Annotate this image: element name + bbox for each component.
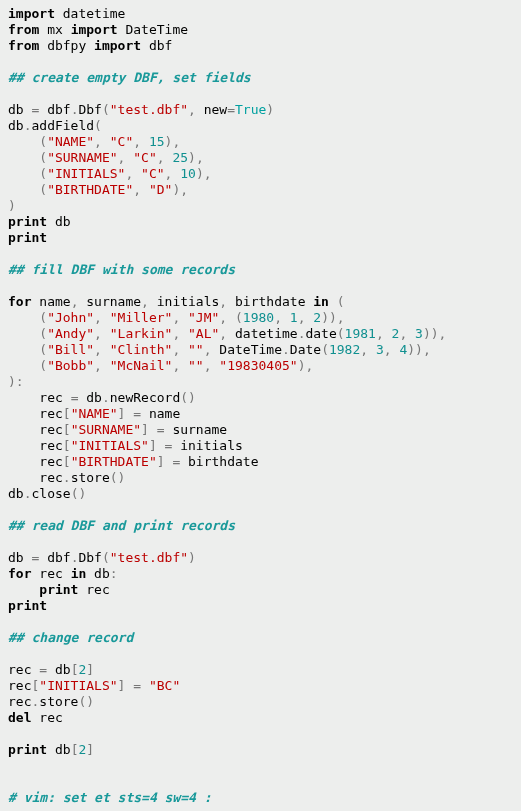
code-token	[8, 342, 39, 357]
code-token: )	[8, 198, 16, 213]
code-token: "JM"	[188, 310, 219, 325]
code-token: :	[16, 374, 24, 389]
code-token: "SURNAME"	[47, 150, 117, 165]
code-token: =	[157, 422, 165, 437]
code-token: ]	[86, 742, 94, 757]
code-token: db	[8, 550, 31, 565]
code-token	[8, 358, 39, 373]
code-token: rec	[8, 470, 63, 485]
code-token: (	[39, 182, 47, 197]
code-token: ## read DBF and print records	[8, 518, 235, 533]
code-token: DateTime	[118, 22, 188, 37]
code-token: )	[188, 550, 196, 565]
code-token	[368, 342, 376, 357]
code-token: rec	[8, 454, 63, 469]
code-token: ,	[219, 294, 227, 309]
code-token: ,	[376, 326, 384, 341]
code-token: "SURNAME"	[71, 422, 141, 437]
code-token: ,	[94, 310, 102, 325]
code-token: ]	[86, 662, 94, 677]
code-token: ,	[133, 182, 141, 197]
code-token: ,	[94, 342, 102, 357]
code-token: "19830405"	[219, 358, 297, 373]
code-token: birthdate	[227, 294, 313, 309]
code-token: .	[63, 470, 71, 485]
code-token: =	[133, 406, 141, 421]
code-token	[8, 134, 39, 149]
code-token: Dbf	[78, 102, 101, 117]
code-token: addField	[31, 118, 94, 133]
code-token	[8, 310, 39, 325]
code-token: "BIRTHDATE"	[47, 182, 133, 197]
code-token	[102, 342, 110, 357]
code-token	[384, 326, 392, 341]
code-token: 2	[313, 310, 321, 325]
code-token: ""	[188, 358, 204, 373]
code-token: rec	[8, 438, 63, 453]
code-token	[141, 678, 149, 693]
code-token: date	[305, 326, 336, 341]
code-token: surname	[78, 294, 141, 309]
code-token: =	[227, 102, 235, 117]
code-token	[141, 182, 149, 197]
code-token: rec	[8, 694, 31, 709]
code-token: print	[8, 742, 47, 757]
code-token: "BC"	[149, 678, 180, 693]
code-token: ,	[172, 134, 180, 149]
code-token: )	[8, 374, 16, 389]
code-token: (	[94, 118, 102, 133]
code-token: "Miller"	[110, 310, 173, 325]
code-token: 15	[149, 134, 165, 149]
code-token: "NAME"	[71, 406, 118, 421]
code-token: "Bill"	[47, 342, 94, 357]
code-token: for	[8, 566, 31, 581]
code-token: 1980	[243, 310, 274, 325]
code-token: dbf	[39, 550, 70, 565]
code-token: mx	[39, 22, 70, 37]
code-token	[102, 310, 110, 325]
code-token: ,	[360, 342, 368, 357]
code-token: "INITIALS"	[39, 678, 117, 693]
code-token: ,	[337, 310, 345, 325]
code-token: ,	[219, 326, 227, 341]
code-token: ]	[157, 454, 165, 469]
code-token: (	[102, 550, 110, 565]
code-token: ()	[78, 694, 94, 709]
code-token: ,	[219, 310, 227, 325]
code-token: print	[8, 598, 47, 613]
code-token: import	[8, 6, 55, 21]
code-token	[180, 358, 188, 373]
code-token: [	[63, 438, 71, 453]
code-token: rec	[8, 422, 63, 437]
code-token: "NAME"	[47, 134, 94, 149]
code-token: "McNail"	[110, 358, 173, 373]
code-token: datetime	[55, 6, 125, 21]
code-token: rec	[8, 406, 63, 421]
code-token: .	[102, 390, 110, 405]
code-token: for	[8, 294, 31, 309]
code-token: [	[63, 406, 71, 421]
code-token: ,	[305, 358, 313, 373]
code-token	[102, 134, 110, 149]
code-token	[180, 326, 188, 341]
code-token: ,	[188, 102, 196, 117]
code-token: ## change record	[8, 630, 133, 645]
code-token: ()	[180, 390, 196, 405]
code-token: =	[133, 678, 141, 693]
code-token: from	[8, 22, 39, 37]
code-token: (	[39, 134, 47, 149]
code-token: ,	[384, 342, 392, 357]
code-token: print	[8, 230, 47, 245]
code-token: ,	[204, 166, 212, 181]
code-token: dbfpy	[39, 38, 94, 53]
code-token: rec	[31, 566, 70, 581]
code-token: 3	[415, 326, 423, 341]
code-token: rec	[8, 662, 39, 677]
code-token: ,	[94, 134, 102, 149]
code-token: rec	[8, 390, 71, 405]
code-token: db	[47, 742, 70, 757]
code-token	[282, 310, 290, 325]
code-token: ,	[94, 326, 102, 341]
code-token: ()	[110, 470, 126, 485]
code-token: name	[141, 406, 180, 421]
